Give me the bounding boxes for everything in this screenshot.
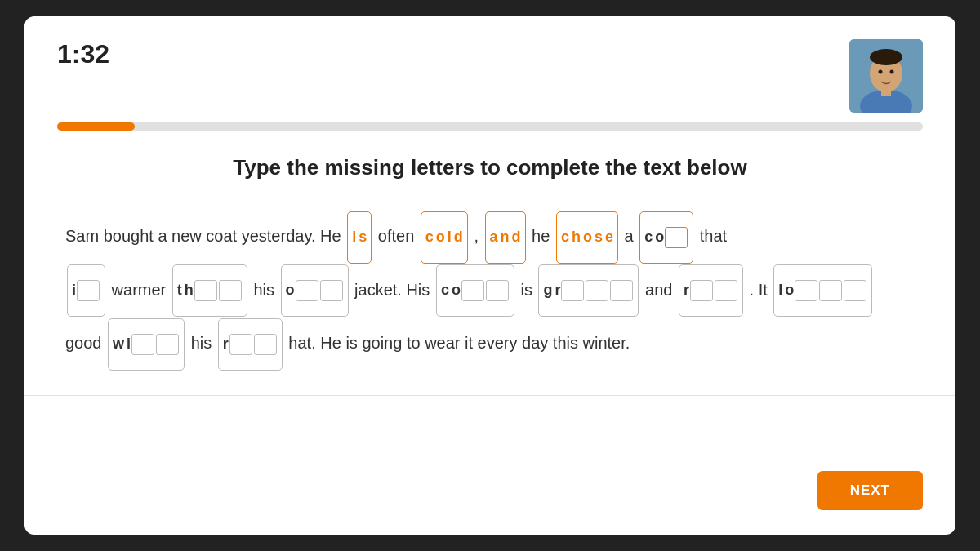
gap-input-5[interactable]: [296, 280, 318, 301]
gap-input-19[interactable]: [229, 334, 252, 355]
line1-prefix: Sam bought a new coat yesterday. He: [65, 227, 341, 245]
gap-input-3[interactable]: [194, 280, 217, 301]
word-cold[interactable]: c o l d: [421, 211, 468, 264]
word-chose[interactable]: c h o s e: [556, 211, 618, 264]
word-and[interactable]: a n d: [485, 211, 526, 264]
avatar: [849, 39, 923, 113]
gap-input-13[interactable]: [715, 280, 737, 301]
divider: [24, 395, 956, 396]
main-card: 1:32: [24, 16, 956, 535]
word-is[interactable]: i s: [347, 211, 372, 264]
often-text: often: [378, 227, 419, 245]
svg-point-6: [890, 70, 894, 74]
word-r-gap[interactable]: r: [679, 264, 743, 317]
letter-s: s: [359, 214, 367, 261]
gap-input-8[interactable]: [486, 280, 509, 301]
gap-input-18[interactable]: [156, 334, 179, 355]
text-area: Sam bought a new coat yesterday. He i s …: [57, 210, 923, 371]
header: 1:32: [57, 39, 923, 113]
gap-input-10[interactable]: [586, 280, 608, 301]
svg-point-5: [879, 70, 883, 74]
word-co-gap2[interactable]: c o: [436, 264, 514, 317]
gap-input-15[interactable]: [819, 280, 842, 301]
word-o-gap[interactable]: o: [281, 264, 349, 317]
gap-input-7[interactable]: [461, 280, 484, 301]
gap-input-20[interactable]: [254, 334, 277, 355]
line3-suffix: hat. He is going to wear it every day th…: [288, 334, 630, 352]
gap-input-11[interactable]: [610, 280, 633, 301]
gap-input-1[interactable]: [665, 227, 688, 248]
progress-bar-container: [57, 122, 923, 131]
word-co-gap[interactable]: c o: [639, 211, 693, 264]
gap-input-6[interactable]: [320, 280, 343, 301]
word-th-gap[interactable]: t h: [172, 264, 247, 317]
gap-input-12[interactable]: [690, 280, 713, 301]
gap-input-4[interactable]: [219, 280, 242, 301]
gap-input-14[interactable]: [795, 280, 817, 301]
next-button[interactable]: NEXT: [817, 471, 923, 510]
instruction-text: Type the missing letters to complete the…: [57, 155, 923, 180]
gap-input-17[interactable]: [131, 334, 154, 355]
word-i-gap[interactable]: i: [67, 264, 105, 317]
word-wi-gap[interactable]: w i: [108, 318, 185, 371]
line1-suffix: that: [700, 227, 727, 245]
gap-input-16[interactable]: [844, 280, 866, 301]
timer-display: 1:32: [57, 39, 109, 69]
gap-input-9[interactable]: [561, 280, 584, 301]
word-gr-gap[interactable]: g r: [538, 264, 639, 317]
svg-point-4: [870, 49, 902, 65]
word-lo-gap[interactable]: l o: [773, 264, 872, 317]
letter-i: i: [352, 214, 356, 261]
word-r-gap2[interactable]: r: [218, 318, 283, 371]
progress-bar-fill: [57, 122, 135, 131]
gap-input-2[interactable]: [77, 280, 100, 301]
